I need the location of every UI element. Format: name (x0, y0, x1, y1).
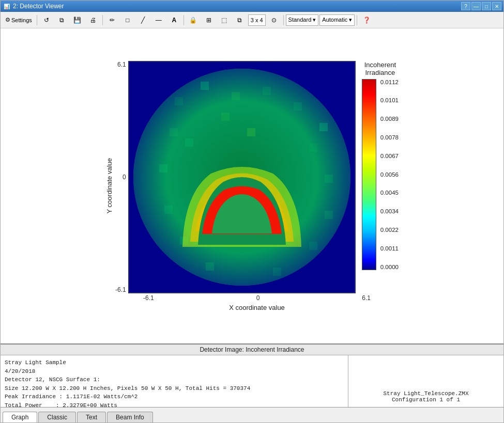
colorbar-container: 0.0112 0.0101 0.0089 0.0078 0.0067 0.005… (362, 79, 399, 270)
maximize-button[interactable]: □ (482, 2, 491, 10)
cb-val-6: 0.0045 (380, 190, 399, 196)
grid-icon: ⊞ (204, 15, 213, 25)
text-button[interactable]: A (167, 14, 181, 26)
layers-icon: ⧉ (235, 15, 245, 25)
grid-dropdown[interactable]: 3 x 4 (248, 14, 266, 26)
close-button[interactable]: ✕ (492, 2, 501, 10)
cb-val-9: 0.0011 (380, 245, 399, 252)
chart-area: Y coordinate value 6.1 0 -6.1 (1, 28, 503, 343)
text-tool-icon: A (170, 15, 179, 25)
x-axis-label: X coordinate value (229, 304, 285, 311)
colorbar-title: Incoherent Irradiance (362, 61, 399, 77)
tab-bar: Graph Classic Text Beam Info (1, 407, 503, 422)
svg-rect-12 (185, 138, 193, 147)
play-button[interactable]: ⊙ (267, 14, 281, 26)
settings-button[interactable]: ⚙ Settings (3, 14, 35, 26)
info-right-text: Stray Light_Telescope.ZMX Configuration … (383, 390, 468, 403)
automatic-label: Automatic ▾ (322, 17, 352, 23)
export-icon: ⬚ (220, 15, 229, 25)
cb-val-1: 0.0101 (380, 97, 399, 103)
sep4 (283, 15, 284, 25)
line-icon: ╱ (139, 15, 148, 25)
cb-val-0: 0.0112 (380, 79, 399, 85)
svg-rect-21 (273, 268, 281, 276)
colorbar-labels: 0.0112 0.0101 0.0089 0.0078 0.0067 0.005… (378, 79, 399, 270)
copy-button[interactable]: ⧉ (55, 14, 69, 26)
refresh-button[interactable]: ↺ (39, 14, 54, 26)
title-controls: ? — □ ✕ (461, 2, 501, 10)
tab-graph[interactable]: Graph (3, 412, 37, 422)
print-icon: 🖨 (88, 15, 98, 25)
svg-rect-5 (175, 97, 183, 105)
colorbar-title-line2: Irradiance (365, 69, 395, 76)
help-btn[interactable]: ❓ (359, 14, 374, 26)
colorbar-title-line1: Incoherent (364, 61, 396, 69)
svg-rect-14 (159, 164, 167, 173)
grid-button[interactable]: ⊞ (202, 14, 216, 26)
y-tick-mid: 0 (123, 174, 126, 181)
y-axis: 6.1 0 -6.1 (115, 61, 128, 293)
minimize-button[interactable]: — (471, 2, 481, 10)
sep3 (184, 15, 184, 25)
chart-row: 6.1 0 -6.1 (115, 61, 399, 293)
pencil-button[interactable]: ✏ (105, 14, 119, 26)
sep2 (102, 15, 103, 25)
info-body: Stray Light Sample 4/20/2018 Detector 12… (1, 355, 503, 407)
detector-viewer-window: 📊 2: Detector Viewer ? — □ ✕ ⚙ Settings … (0, 0, 504, 423)
save-icon: 💾 (73, 15, 82, 25)
rectangle-button[interactable]: □ (120, 14, 135, 26)
colorbar-gradient (362, 79, 376, 270)
x-tick-right: 6.1 (362, 294, 371, 302)
cb-val-3: 0.0078 (380, 134, 399, 140)
svg-rect-10 (319, 123, 328, 131)
svg-rect-23 (221, 113, 230, 121)
lock-icon: 🔒 (189, 15, 198, 25)
toolbar: ⚙ Settings ↺ ⧉ 💾 🖨 ✏ □ ╱ — A (1, 12, 503, 28)
standard-dropdown[interactable]: Standard ▾ (286, 14, 319, 26)
cb-val-10: 0.0000 (380, 264, 399, 270)
cb-val-4: 0.0067 (380, 153, 399, 159)
tab-beam-info[interactable]: Beam Info (107, 412, 153, 422)
svg-rect-17 (325, 211, 333, 219)
play-icon: ⊙ (269, 15, 279, 25)
svg-rect-16 (164, 206, 173, 214)
settings-label: Settings (11, 17, 32, 23)
standard-label: Standard ▾ (288, 17, 316, 23)
sep5 (357, 15, 357, 25)
hline-button[interactable]: — (151, 14, 166, 26)
save-button[interactable]: 💾 (70, 14, 85, 26)
export-button[interactable]: ⬚ (217, 14, 232, 26)
cb-val-8: 0.0022 (380, 227, 399, 233)
y-tick-top: 6.1 (117, 61, 126, 68)
x-axis: -6.1 0 6.1 (143, 294, 371, 302)
info-right: Stray Light_Telescope.ZMX Configuration … (348, 355, 503, 407)
window-title: 2: Detector Viewer (13, 3, 64, 10)
tab-classic[interactable]: Classic (38, 412, 76, 422)
svg-rect-7 (232, 92, 240, 100)
tab-text[interactable]: Text (77, 412, 106, 422)
line-button[interactable]: ╱ (136, 14, 150, 26)
help-button[interactable]: ? (461, 2, 470, 10)
rectangle-icon: □ (123, 15, 132, 25)
print-button[interactable]: 🖨 (86, 14, 100, 26)
heatmap (128, 61, 356, 293)
x-tick-mid: 0 (256, 294, 260, 302)
svg-rect-20 (206, 262, 214, 271)
hline-icon: — (154, 15, 163, 25)
cb-val-5: 0.0056 (380, 171, 399, 178)
svg-rect-11 (170, 128, 178, 136)
settings-icon: ⚙ (5, 17, 10, 23)
pencil-icon: ✏ (108, 15, 117, 25)
app-icon: 📊 (3, 2, 11, 10)
heatmap-svg (128, 61, 356, 293)
sep1 (37, 15, 37, 25)
cb-val-2: 0.0089 (380, 116, 399, 122)
automatic-dropdown[interactable]: Automatic ▾ (319, 14, 355, 26)
layers-button[interactable]: ⧉ (233, 14, 247, 26)
colorbar-wrapper: Incoherent Irradiance 0.0112 0.0101 0.00… (362, 61, 399, 270)
svg-rect-15 (325, 175, 333, 183)
info-header: Detector Image: Incoherent Irradiance (1, 344, 503, 355)
lock-button[interactable]: 🔒 (186, 14, 201, 26)
y-axis-label: Y coordinate value (105, 158, 113, 213)
info-left: Stray Light Sample 4/20/2018 Detector 12… (1, 355, 348, 407)
